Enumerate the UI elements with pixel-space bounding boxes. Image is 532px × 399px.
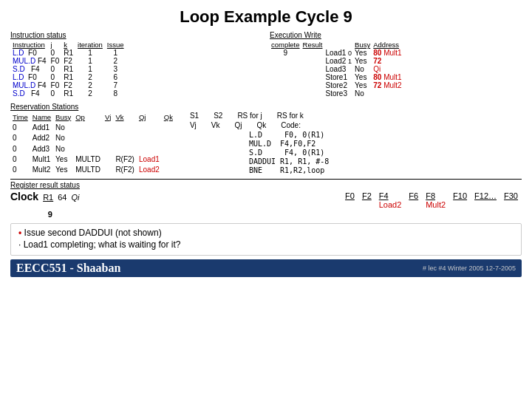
footer-bar: EECC551 - Shaaban # lec #4 Winter 2005 1… (10, 259, 522, 277)
table-row: MUL.D F4 F0 F2 2 7 (10, 81, 126, 89)
list-item: DADDUI R1, R1, #-8 (190, 157, 329, 166)
rs-vals: Vj Vk Qj Qk Code: (190, 121, 329, 129)
reg-vals: Load2 Mult2 (341, 200, 522, 209)
exec-col-headers: complete Result Busy Address (270, 41, 403, 49)
table-row: L.D F0 0 R1 1 1 (10, 49, 126, 57)
table-row: 0 Mult1 Yes MULTD R(F2) Load1 (10, 154, 175, 164)
col-j: j (49, 41, 62, 49)
reservation-header: Reservation Stations (10, 103, 522, 111)
col-iteration: iteration (75, 41, 105, 49)
instr-issue: 8 (105, 89, 126, 98)
instr-iter: 2 (75, 81, 105, 89)
instr-j: F0 (49, 57, 62, 65)
instr-name: MUL.D F4 (10, 81, 49, 89)
qi-label: Qi (71, 193, 79, 202)
list-item: S.D F4, 0(R1) (190, 149, 329, 157)
rs-headers: S1 S2 RS for j RS for k (190, 112, 329, 120)
bullet-1: • Issue second DADDUI (not shown) (18, 228, 514, 238)
footer-sub: # lec #4 Winter 2005 12-7-2005 (423, 265, 516, 272)
reservation-table: Time Name Busy Op Vj Vk Qj Qk 0 Add1 No (10, 112, 175, 175)
instr-iter: 2 (75, 89, 105, 98)
instr-k: F2 (61, 57, 75, 65)
instr-j: 0 (49, 89, 62, 98)
bullets-section: • Issue second DADDUI (not shown) · Load… (10, 223, 522, 256)
table-row: S.D F4 0 R1 2 8 (10, 89, 126, 98)
register-row: Clock R1 64 Qi F0 F2 F4 F6 F8 F10 F12… F… (10, 191, 522, 209)
instruction-table: Instruction j k iteration Issue L.D F0 0… (10, 41, 126, 98)
col-instruction: Instruction (10, 41, 49, 49)
instr-iter: 1 (75, 49, 105, 57)
register-section: Register result status Clock R1 64 Qi F0… (10, 179, 522, 219)
slide: Loop Example Cycle 9 Instruction status … (0, 0, 532, 399)
res-rs-section: S1 S2 RS for j RS for k Vj Vk Qj Qk Code… (190, 112, 329, 175)
instr-name: S.D F4 (10, 89, 49, 98)
instr-name: S.D F4 (10, 65, 49, 73)
table-row: 0 Add1 No (10, 122, 175, 132)
reservation-section: Reservation Stations Time Name Busy Op V… (10, 103, 522, 175)
col-k: k (61, 41, 75, 49)
execution-write: Execution Write complete Result Busy Add… (270, 31, 522, 98)
table-row: 9 Load1 0 Yes 80 Mult1 (270, 49, 403, 57)
execution-header: Execution Write (270, 31, 522, 39)
instr-name: L.D F0 (10, 49, 49, 57)
footer-title: EECC551 - Shaaban (16, 262, 120, 275)
col-issue: Issue (105, 41, 126, 49)
instr-issue: 7 (105, 81, 126, 89)
reservation-content: Time Name Busy Op Vj Vk Qj Qk 0 Add1 No (10, 112, 522, 175)
instr-issue: 2 (105, 57, 126, 65)
instr-name: MUL.D F4 (10, 57, 49, 65)
list-item: BNE R1,R2,loop (190, 166, 329, 174)
clock-values-row: Clock R1 9 (10, 210, 522, 219)
list-item: L.D F0, 0(R1) (190, 131, 329, 139)
r1-label: R1 (43, 193, 53, 202)
table-row: L.D F0 0 R1 2 6 (10, 73, 126, 81)
instr-issue: 1 (105, 49, 126, 57)
bullet-1-text: Issue second DADDUI (not shown) (24, 228, 162, 238)
table-row: S.D F4 0 R1 1 3 (10, 65, 126, 73)
instr-iter: 1 (75, 57, 105, 65)
table-row: Store3 No (270, 89, 403, 98)
bullet-2-text: · Load1 completing; what is waiting for … (18, 239, 180, 250)
table-row: Load3 No Qi (270, 65, 403, 73)
table-row: Store1 Yes 80 Mult1 (270, 73, 403, 81)
instruction-col-headers: Instruction j k iteration Issue (10, 41, 126, 49)
instr-k: R1 (61, 89, 75, 98)
register-table: F0 F2 F4 F6 F8 F10 F12… F30 Load2 (341, 191, 522, 209)
instr-j: 0 (49, 49, 62, 57)
instr-j: 0 (49, 73, 62, 81)
instr-k: R1 (61, 49, 75, 57)
register-header: Register result status (10, 181, 522, 189)
page-title: Loop Example Cycle 9 (10, 7, 522, 27)
reg-headers: F0 F2 F4 F6 F8 F10 F12… F30 (341, 191, 522, 200)
table-row: MUL.D F4 F0 F2 1 2 (10, 57, 126, 65)
code-section: L.D F0, 0(R1) MUL.D F4,F0,F2 (190, 131, 329, 174)
exec-table: complete Result Busy Address 9 Load1 0 Y… (270, 41, 403, 98)
instruction-status: Instruction status Instruction j k itera… (10, 31, 262, 98)
list-item: MUL.D F4,F0,F2 (190, 140, 329, 148)
instr-k: F2 (61, 81, 75, 89)
bullet-2: · Load1 completing; what is waiting for … (18, 239, 514, 250)
instr-k: R1 (61, 73, 75, 81)
instr-iter: 1 (75, 65, 105, 73)
instr-name: L.D F0 (10, 73, 49, 81)
table-row: 0 Add3 No (10, 143, 175, 154)
main-content: Instruction status Instruction j k itera… (10, 31, 522, 393)
top-section: Instruction status Instruction j k itera… (10, 31, 522, 98)
instr-j: 0 (49, 65, 62, 73)
table-row: Store2 Yes 72 Mult2 (270, 81, 403, 89)
instr-k: R1 (61, 65, 75, 73)
table-row: Load2 1 Yes 72 (270, 57, 403, 65)
table-row: 0 Add2 No (10, 133, 175, 143)
res-col-headers: Time Name Busy Op Vj Vk Qj Qk (10, 112, 175, 122)
instr-j: F0 (49, 81, 62, 89)
instr-issue: 3 (105, 65, 126, 73)
r1-value: 64 (58, 193, 66, 202)
instr-iter: 2 (75, 73, 105, 81)
instruction-status-header: Instruction status (10, 31, 262, 39)
instr-issue: 6 (105, 73, 126, 81)
clock-label: Clock (10, 191, 38, 202)
table-row: 0 Mult2 Yes MULTD R(F2) Load2 (10, 165, 175, 175)
